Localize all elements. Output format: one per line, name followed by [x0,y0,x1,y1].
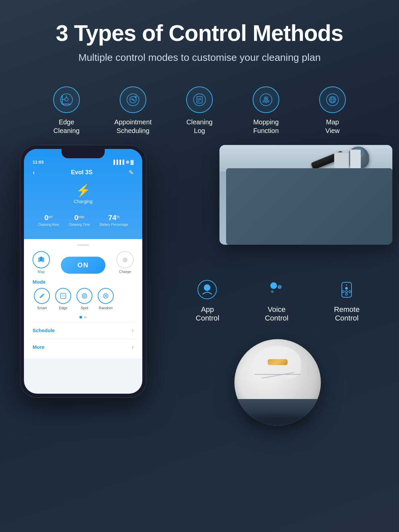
edge-cleaning-icon-circle [53,86,80,113]
map-view-label: MapView [326,118,340,135]
edit-icon[interactable]: ✎ [129,169,134,176]
main-title: 3 Types of Control Methods [13,20,386,46]
svg-point-42 [204,284,210,291]
cleaning-log-label: CleaningLog [187,118,213,135]
cleaning-time-value: 0min [69,213,90,222]
wifi-icon: ⊚ [126,160,129,165]
phone-outer: 11:03 ▐▐▐▐ ⊚ ▓ ‹ Evol 3S ✎ ⚡ [20,145,146,398]
random-icon [102,292,109,300]
mode-smart[interactable]: Smart [34,288,50,310]
voice-control-icon-area [265,278,288,301]
remote-control-item: Remote Control [334,278,359,323]
robot-gold-strip [268,359,288,365]
control-methods: App Control Voice Control [170,271,386,329]
mode-section-title: Mode [33,279,134,285]
feature-map-view: MapView [309,86,356,135]
svg-point-34 [62,295,64,297]
feature-mopping-function: MoppingFunction [243,86,289,135]
map-view-icon-circle [319,86,346,113]
phone-controls-row: Map ON ⊕ Charge [30,250,136,276]
svg-rect-33 [61,293,66,299]
appointment-scheduling-icon-circle [120,86,146,113]
svg-point-37 [84,296,85,297]
remote-control-icon [336,279,357,301]
on-button[interactable]: ON [61,257,105,274]
more-label: More [33,344,45,350]
voice-control-item: Voice Control [265,278,288,323]
edge-cleaning-label: EdgeCleaning [54,118,80,135]
svg-point-47 [345,287,348,290]
dots-row [30,313,136,322]
edge-icon [60,292,67,300]
voice-control-label: Voice Control [265,305,288,323]
app-control-icon-area [196,278,219,301]
mode-section: Mode Smart [30,276,136,313]
mode-edge[interactable]: Edge [55,288,71,310]
svg-point-14 [260,94,272,106]
cleaning-area-stat: 0m² Cleaning Area [38,213,59,226]
spot-label: Spot [81,306,88,310]
main-content: 11:03 ▐▐▐▐ ⊚ ▓ ‹ Evol 3S ✎ ⚡ [0,145,399,429]
subtitle: Multiple control modes to customise your… [13,52,386,63]
svg-point-43 [270,282,277,289]
smart-mode-icon-circle [34,288,50,304]
robot-vacuum-container [234,339,321,426]
svg-line-21 [264,100,265,101]
shelf-image [219,145,392,245]
swipe-indicator [30,242,136,250]
phone-screen: 11:03 ▐▐▐▐ ⊚ ▓ ‹ Evol 3S ✎ ⚡ [24,149,142,394]
smart-icon [38,292,46,300]
shelf-body [226,168,392,245]
charge-button[interactable]: ⊕ Charge [116,251,134,274]
back-icon[interactable]: ‹ [33,169,35,176]
svg-point-50 [349,291,351,293]
app-control-item: App Control [196,278,219,323]
cleaning-area-label: Cleaning Area [38,223,59,226]
appointment-scheduling-icon [126,93,140,107]
mode-icons-row: Smart Edge [33,288,134,310]
phone-charging-section: ⚡ Charging [30,180,136,210]
phone-status-icons: ▐▐▐▐ ⊚ ▓ [112,160,134,165]
phone-wrapper: 11:03 ▐▐▐▐ ⊚ ▓ ‹ Evol 3S ✎ ⚡ [20,145,160,429]
voice-control-line1: Voice [265,305,288,314]
schedule-row[interactable]: Schedule › [30,322,136,338]
phone-white-area: Map ON ⊕ Charge Mode [24,239,142,358]
signal-icon: ▐▐▐▐ [112,160,124,165]
svg-rect-31 [42,257,44,262]
mode-random[interactable]: Random [98,288,114,310]
phone-stats: 0m² Cleaning Area 0min Cleaning Time [30,210,136,232]
edge-cleaning-icon [60,93,73,107]
cleaning-log-icon [193,93,206,107]
phone-notch [62,149,105,158]
cleaning-area-value: 0m² [38,213,59,222]
svg-point-45 [271,290,274,293]
voice-control-line2: Control [265,314,288,323]
robot-line [254,374,301,375]
mode-spot[interactable]: Spot [76,288,92,310]
book-stack-1 [334,152,349,169]
cleaning-log-icon-circle [186,86,213,113]
remote-control-label: Remote Control [334,305,359,323]
app-control-label: App Control [196,305,219,323]
robot-shadow [244,416,311,422]
svg-point-17 [263,101,265,102]
dot-2 [84,316,87,319]
svg-point-18 [265,101,267,103]
map-label: Map [38,270,45,274]
svg-point-16 [265,98,267,99]
more-row[interactable]: More › [30,338,136,355]
svg-point-3 [65,98,68,101]
robot-area [170,336,386,429]
remote-control-line2: Control [334,314,359,323]
more-chevron: › [132,343,134,350]
remote-control-line1: Remote [334,305,359,314]
svg-point-19 [268,101,269,102]
cleaning-area-unit: m² [49,215,53,219]
cleaning-time-stat: 0min Cleaning Time [69,213,90,226]
map-button[interactable]: Map [33,251,50,274]
battery-unit: % [116,215,120,219]
svg-line-22 [267,100,268,101]
spot-mode-icon-circle [76,288,92,304]
device-photo-area [170,145,386,265]
smart-label: Smart [37,306,47,310]
